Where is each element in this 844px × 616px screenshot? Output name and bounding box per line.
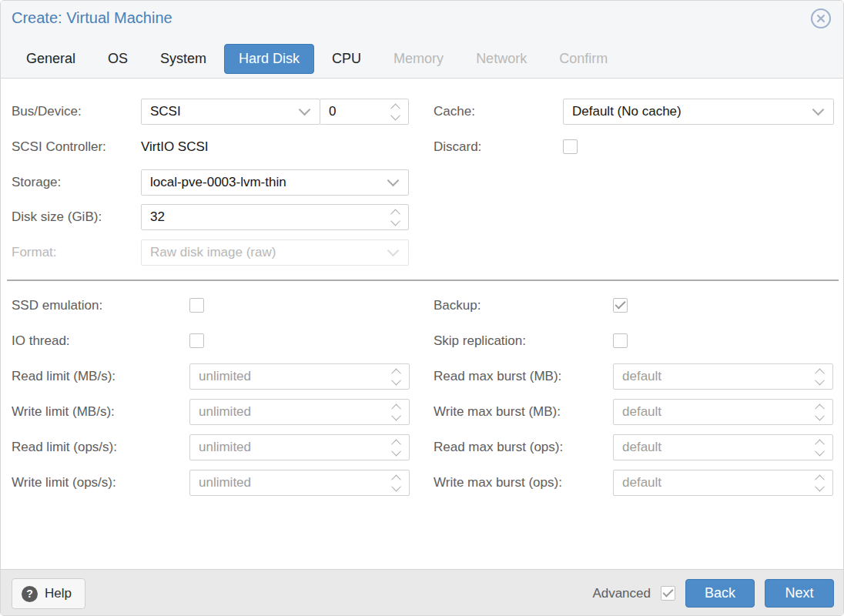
row-read-limit-mb: Read limit (MB/s): Read max burst (MB): bbox=[1, 363, 844, 390]
chevron-down-icon bbox=[387, 245, 400, 257]
read-burst-mb-label: Read max burst (MB): bbox=[434, 363, 561, 390]
bus-type-select[interactable]: SCSI bbox=[141, 99, 320, 125]
chevron-down-icon bbox=[387, 175, 400, 187]
read-limit-ops-spinner[interactable] bbox=[189, 434, 410, 460]
check-icon bbox=[662, 586, 673, 597]
scsi-controller-value: VirtIO SCSI bbox=[141, 134, 209, 160]
row-write-limit-ops: Write limit (ops/s): Write max burst (op… bbox=[1, 470, 844, 496]
tab-confirm: Confirm bbox=[544, 44, 622, 74]
read-burst-mb-spinner[interactable] bbox=[613, 363, 833, 390]
write-burst-mb-input[interactable] bbox=[614, 400, 810, 424]
row-ssd-backup: SSD emulation: Backup: bbox=[1, 293, 844, 319]
tab-system[interactable]: System bbox=[146, 44, 221, 74]
write-limit-ops-input[interactable] bbox=[190, 471, 387, 494]
next-button[interactable]: Next bbox=[765, 579, 834, 608]
backup-checkbox[interactable] bbox=[613, 298, 628, 313]
dialog-title: Create: Virtual Machine bbox=[12, 9, 172, 27]
tab-bar: General OS System Hard Disk CPU Memory N… bbox=[12, 44, 622, 74]
cache-select[interactable]: Default (No cache) bbox=[563, 99, 834, 125]
back-button[interactable]: Back bbox=[685, 579, 755, 608]
skip-replication-checkbox[interactable] bbox=[613, 333, 628, 348]
spinner-arrows-icon[interactable] bbox=[816, 369, 823, 385]
spinner-arrows-icon[interactable] bbox=[393, 369, 400, 385]
tab-hard-disk[interactable]: Hard Disk bbox=[224, 44, 314, 74]
check-icon bbox=[615, 298, 625, 309]
read-limit-ops-label: Read limit (ops/s): bbox=[12, 434, 117, 460]
write-limit-mb-input[interactable] bbox=[190, 400, 387, 424]
row-format: Format: Raw disk image (raw) bbox=[1, 239, 844, 266]
spinner-arrows-icon[interactable] bbox=[816, 475, 823, 491]
discard-checkbox[interactable] bbox=[563, 139, 578, 154]
cache-label: Cache: bbox=[434, 99, 475, 125]
read-limit-mb-label: Read limit (MB/s): bbox=[12, 363, 116, 390]
spinner-arrows-icon[interactable] bbox=[393, 475, 400, 491]
write-burst-mb-spinner[interactable] bbox=[613, 399, 833, 425]
row-read-limit-ops: Read limit (ops/s): Read max burst (ops)… bbox=[1, 434, 844, 460]
read-burst-ops-label: Read max burst (ops): bbox=[434, 434, 563, 460]
format-label: Format: bbox=[12, 239, 57, 266]
dialog-header: Create: Virtual Machine General OS Syste… bbox=[1, 1, 843, 79]
read-limit-mb-input[interactable] bbox=[190, 365, 387, 388]
row-bus-device: Bus/Device: SCSI Cache: Default (No cach… bbox=[1, 99, 844, 125]
help-icon: ? bbox=[22, 586, 38, 602]
row-write-limit-mb: Write limit (MB/s): Write max burst (MB)… bbox=[1, 399, 844, 425]
disk-size-label: Disk size (GiB): bbox=[12, 204, 102, 230]
tab-os[interactable]: OS bbox=[93, 44, 142, 74]
row-storage: Storage: local-pve-0003-lvm-thin bbox=[1, 169, 844, 196]
chevron-down-icon bbox=[299, 104, 311, 116]
disk-size-input[interactable] bbox=[142, 206, 386, 229]
disk-size-spinner[interactable] bbox=[141, 204, 409, 230]
spinner-arrows-icon[interactable] bbox=[816, 440, 823, 456]
hard-disk-form: Bus/Device: SCSI Cache: Default (No cach… bbox=[1, 79, 844, 569]
bus-number-input[interactable] bbox=[320, 100, 386, 123]
create-vm-dialog: Create: Virtual Machine General OS Syste… bbox=[0, 0, 844, 616]
advanced-checkbox[interactable] bbox=[661, 586, 675, 601]
spinner-arrows-icon[interactable] bbox=[393, 440, 400, 456]
chevron-down-icon bbox=[812, 104, 825, 116]
help-button-label: Help bbox=[45, 586, 72, 601]
write-limit-ops-spinner[interactable] bbox=[189, 470, 410, 496]
write-burst-ops-input[interactable] bbox=[614, 471, 810, 494]
discard-label: Discard: bbox=[434, 134, 481, 160]
write-limit-ops-label: Write limit (ops/s): bbox=[12, 470, 116, 496]
storage-select[interactable]: local-pve-0003-lvm-thin bbox=[141, 169, 409, 196]
skip-replication-label: Skip replication: bbox=[434, 328, 526, 354]
section-separator bbox=[7, 280, 839, 281]
close-icon[interactable] bbox=[810, 8, 832, 29]
advanced-label: Advanced bbox=[592, 586, 651, 601]
write-limit-mb-label: Write limit (MB/s): bbox=[12, 399, 115, 425]
ssd-emulation-checkbox[interactable] bbox=[189, 298, 204, 313]
row-disk-size: Disk size (GiB): bbox=[1, 204, 844, 230]
write-burst-ops-label: Write max burst (ops): bbox=[434, 470, 562, 496]
footer-actions: Advanced Back Next bbox=[592, 579, 834, 608]
help-button[interactable]: ? Help bbox=[12, 578, 85, 609]
storage-label: Storage: bbox=[12, 169, 61, 196]
spinner-arrows-icon[interactable] bbox=[393, 404, 400, 420]
write-limit-mb-spinner[interactable] bbox=[189, 399, 410, 425]
io-thread-label: IO thread: bbox=[12, 328, 70, 354]
spinner-arrows-icon[interactable] bbox=[392, 104, 399, 120]
backup-label: Backup: bbox=[434, 293, 481, 319]
row-scsi-controller: SCSI Controller: VirtIO SCSI Discard: bbox=[1, 134, 844, 160]
tab-network: Network bbox=[461, 44, 541, 74]
spinner-arrows-icon[interactable] bbox=[392, 209, 399, 226]
read-burst-ops-spinner[interactable] bbox=[613, 434, 833, 460]
bus-number-spinner[interactable] bbox=[320, 99, 409, 125]
scsi-controller-label: SCSI Controller: bbox=[12, 134, 106, 160]
row-iothread-skiprepl: IO thread: Skip replication: bbox=[1, 328, 844, 354]
ssd-emulation-label: SSD emulation: bbox=[12, 293, 102, 319]
tab-cpu[interactable]: CPU bbox=[317, 44, 376, 74]
tab-general[interactable]: General bbox=[12, 44, 90, 74]
write-burst-mb-label: Write max burst (MB): bbox=[434, 399, 561, 425]
read-limit-mb-spinner[interactable] bbox=[189, 363, 410, 390]
bus-device-label: Bus/Device: bbox=[12, 99, 82, 125]
dialog-footer: ? Help Advanced Back Next bbox=[1, 569, 844, 616]
format-select: Raw disk image (raw) bbox=[141, 239, 409, 266]
io-thread-checkbox[interactable] bbox=[189, 333, 204, 348]
spinner-arrows-icon[interactable] bbox=[816, 404, 823, 420]
read-limit-ops-input[interactable] bbox=[190, 436, 387, 459]
read-burst-mb-input[interactable] bbox=[614, 365, 810, 388]
tab-memory: Memory bbox=[379, 44, 458, 74]
write-burst-ops-spinner[interactable] bbox=[613, 470, 833, 496]
read-burst-ops-input[interactable] bbox=[614, 436, 810, 459]
